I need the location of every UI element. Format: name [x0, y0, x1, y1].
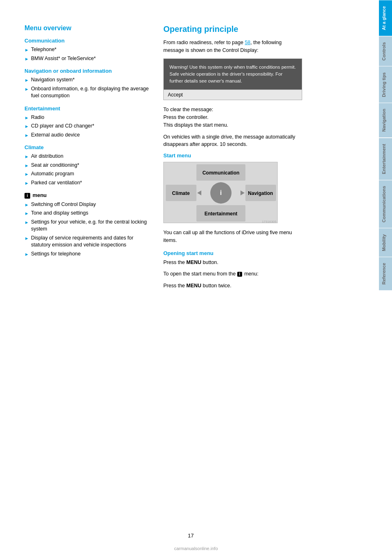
press-menu-twice-text: Press the MENU button twice.	[163, 282, 302, 290]
sidebar-tab-reference[interactable]: Reference	[379, 257, 392, 290]
item-text: Parked car ventilation*	[31, 179, 151, 187]
bullet-arrow-icon: ►	[24, 47, 29, 53]
single-drive-text: On vehicles with a single drive, the mes…	[163, 133, 302, 149]
operating-principle-title: Operating principle	[163, 25, 302, 34]
bullet-arrow-icon: ►	[24, 180, 29, 186]
list-item: ► Air distribution	[24, 153, 151, 160]
item-text: Settings for telephone	[31, 251, 151, 258]
menu-overview-title: Menu overview	[24, 25, 151, 32]
communication-title: Communication	[24, 38, 151, 44]
bullet-arrow-icon: ►	[24, 210, 29, 217]
svg-text:Entertainment: Entertainment	[205, 211, 238, 217]
item-text: Tone and display settings	[31, 210, 151, 217]
clear-message-text: To clear the message: Press the controll…	[163, 106, 302, 129]
imenu-title: i menu	[24, 192, 151, 199]
item-text: BMW Assist* or TeleService*	[31, 55, 151, 63]
list-item: ► Settings for telephone	[24, 251, 151, 258]
press-menu-text: Press the MENU button.	[163, 259, 302, 266]
warning-container: Warning! Use this system only when traff…	[163, 58, 302, 101]
warning-text: Warning! Use this system only when traff…	[169, 65, 296, 84]
list-item: ► Display of service requirements and da…	[24, 235, 151, 249]
imenu-title-text: menu	[33, 192, 47, 198]
page-container: Menu overview Communication ► Telephone*…	[0, 0, 392, 555]
menu-bold-label-2: MENU	[186, 283, 201, 289]
sidebar-tab-navigation[interactable]: Navigation	[379, 103, 392, 137]
page-number: 17	[188, 528, 194, 543]
bullet-arrow-icon: ►	[24, 171, 29, 177]
list-item: ► Parked car ventilation*	[24, 179, 151, 187]
bullet-arrow-icon: ►	[24, 115, 29, 121]
opening-start-menu-title: Opening start menu	[163, 250, 302, 256]
idrive-diagram-svg: Communication Climate i Navigation	[163, 162, 278, 223]
list-item: ► Onboard information, e.g. for displayi…	[24, 85, 151, 100]
sidebar: At a glance Controls Driving tips Naviga…	[379, 0, 392, 555]
item-text: Navigation system*	[31, 76, 151, 84]
sidebar-tab-driving-tips[interactable]: Driving tips	[379, 66, 392, 103]
item-text: CD player and CD changer*	[31, 123, 151, 130]
bullet-arrow-icon: ►	[24, 132, 29, 139]
item-text: Onboard information, e.g. for displaying…	[31, 85, 151, 100]
svg-text:i: i	[220, 189, 222, 196]
i-menu-icon: i	[24, 193, 30, 199]
accept-row: Accept	[164, 90, 302, 100]
five-menu-caption: You can call up all the functions of iDr…	[163, 229, 302, 244]
navigation-info-title: Navigation or onboard information	[24, 68, 151, 74]
svg-text:Climate: Climate	[172, 190, 190, 196]
list-item: ► CD player and CD changer*	[24, 123, 151, 130]
page-link[interactable]: 58	[245, 40, 250, 45]
item-text: Telephone*	[31, 46, 151, 54]
climate-title: Climate	[24, 144, 151, 150]
bullet-arrow-icon: ►	[24, 154, 29, 160]
bullet-arrow-icon: ►	[24, 86, 29, 92]
warning-box: Warning! Use this system only when traff…	[164, 59, 302, 90]
item-text: Switching off Control Display	[31, 201, 151, 208]
item-text: Seat air conditioning*	[31, 162, 151, 169]
sidebar-tab-controls[interactable]: Controls	[379, 36, 392, 66]
bullet-arrow-icon: ►	[24, 163, 29, 169]
list-item: ► Radio	[24, 114, 151, 121]
item-text: Automatic program	[31, 170, 151, 178]
item-text: Display of service requirements and date…	[31, 235, 151, 249]
sidebar-tab-at-a-glance[interactable]: At a glance	[379, 0, 392, 36]
intro-text: From radio readiness, refer to page 58, …	[163, 39, 302, 54]
list-item: ► Automatic program	[24, 170, 151, 178]
left-column: Menu overview Communication ► Telephone*…	[24, 25, 151, 539]
main-content: Menu overview Communication ► Telephone*…	[0, 0, 379, 555]
bullet-arrow-icon: ►	[24, 202, 29, 208]
sidebar-tab-communications[interactable]: Communications	[379, 180, 392, 228]
menu-bold-label: MENU	[186, 260, 201, 265]
item-text: External audio device	[31, 132, 151, 139]
list-item: ► Switching off Control Display	[24, 201, 151, 208]
svg-text:Navigation: Navigation	[248, 190, 273, 196]
list-item: ► BMW Assist* or TeleService*	[24, 55, 151, 63]
idrive-diagram-container: Communication Climate i Navigation	[163, 162, 302, 223]
item-text: Air distribution	[31, 153, 151, 160]
list-item: ► External audio device	[24, 132, 151, 139]
svg-text:Communication: Communication	[203, 170, 240, 176]
svg-text:17316305: 17316305	[262, 220, 276, 223]
item-text: Radio	[31, 114, 151, 121]
list-item: ► Settings for your vehicle, e.g. for th…	[24, 219, 151, 233]
bullet-arrow-icon: ►	[24, 77, 29, 83]
bullet-arrow-icon: ►	[24, 219, 29, 226]
start-menu-title: Start menu	[163, 152, 302, 159]
list-item: ► Telephone*	[24, 46, 151, 54]
bullet-arrow-icon: ►	[24, 235, 29, 242]
list-item: ► Seat air conditioning*	[24, 162, 151, 169]
sidebar-tab-entertainment[interactable]: Entertainment	[379, 138, 392, 180]
right-column: Operating principle From radio readiness…	[163, 25, 302, 539]
bullet-arrow-icon: ►	[24, 251, 29, 257]
item-text: Settings for your vehicle, e.g. for the …	[31, 219, 151, 233]
accept-label: Accept	[168, 92, 183, 98]
entertainment-title: Entertainment	[24, 105, 151, 112]
bullet-arrow-icon: ►	[24, 56, 29, 62]
list-item: ► Tone and display settings	[24, 210, 151, 217]
i-menu-inline-icon: i	[237, 272, 242, 277]
sidebar-tab-mobility[interactable]: Mobility	[379, 228, 392, 257]
list-item: ► Navigation system*	[24, 76, 151, 84]
watermark: carmanualsonline.info	[174, 546, 218, 551]
bullet-arrow-icon: ►	[24, 123, 29, 130]
open-from-imenu-text: To open the start menu from the i menu:	[163, 270, 302, 278]
